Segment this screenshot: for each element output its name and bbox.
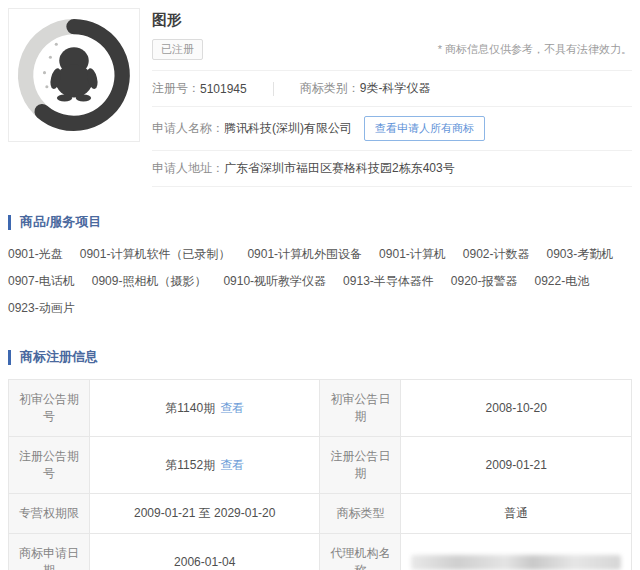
goods-item: 0903-考勤机 — [547, 241, 614, 268]
address-label: 申请人地址： — [152, 160, 224, 177]
row-label: 注册公告日期 — [320, 437, 401, 494]
registration-table-body: 初审公告期号第1140期查看初审公告日期2008-10-20注册公告期号第115… — [9, 380, 632, 570]
trademark-detail-page: 图形 已注册 * 商标信息仅供参考，不具有法律效力。 注册号： 5101945 … — [0, 0, 640, 570]
row-value-cell: 2008-10-20 — [401, 380, 632, 437]
row-value-text: 第1140期 — [165, 401, 215, 415]
applicant-value: 腾讯科技(深圳)有限公司 — [224, 120, 352, 137]
goods-services-section: 商品/服务项目 0901-光盘0901-计算机软件（已录制）0901-计算机外围… — [8, 213, 632, 322]
row-label: 商标类型 — [320, 494, 401, 534]
row-value-cell: 2006-01-04 — [89, 534, 320, 570]
row-value-text: 2006-01-04 — [174, 555, 235, 569]
badge-row: 已注册 * 商标信息仅供参考，不具有法律效力。 — [152, 39, 632, 70]
row-value-cell: 普通 — [401, 494, 632, 534]
header-info: 图形 已注册 * 商标信息仅供参考，不具有法律效力。 注册号： 5101945 … — [152, 8, 632, 187]
row-label: 注册公告期号 — [9, 437, 90, 494]
goods-item: 0901-计算机外围设备 — [247, 241, 362, 268]
status-badge: 已注册 — [152, 39, 203, 60]
row-label: 代理机构名称 — [320, 534, 401, 570]
goods-item: 0913-半导体器件 — [343, 268, 434, 295]
row-label: 初审公告日期 — [320, 380, 401, 437]
goods-section-title: 商品/服务项目 — [20, 213, 102, 231]
goods-list: 0901-光盘0901-计算机软件（已录制）0901-计算机外围设备0901-计… — [8, 241, 632, 322]
goods-item: 0901-光盘 — [8, 241, 63, 268]
goods-item: 0922-电池 — [535, 268, 590, 295]
table-row: 商标申请日期2006-01-04代理机构名称 — [9, 534, 632, 570]
row-value-cell — [401, 534, 632, 570]
row-value-text: 2008-10-20 — [486, 401, 547, 415]
registration-section-title: 商标注册信息 — [20, 348, 98, 366]
header-bottom-divider — [152, 186, 632, 187]
disclaimer-text: * 商标信息仅供参考，不具有法律效力。 — [438, 42, 632, 57]
section-header: 商标注册信息 — [8, 348, 632, 366]
address-value: 广东省深圳市福田区赛格科技园2栋东403号 — [224, 160, 455, 177]
applicant-label: 申请人名称： — [152, 120, 224, 137]
header: 图形 已注册 * 商标信息仅供参考，不具有法律效力。 注册号： 5101945 … — [8, 8, 632, 187]
view-gazette-link[interactable]: 查看 — [220, 401, 244, 415]
redacted-agency-name — [411, 555, 621, 570]
goods-item: 0923-动画片 — [8, 295, 75, 322]
view-gazette-link[interactable]: 查看 — [220, 458, 244, 472]
registration-number-row: 注册号： 5101945 商标类别： 9类-科学仪器 — [152, 70, 632, 106]
trademark-name-title: 图形 — [152, 8, 632, 39]
reg-no-value: 5101945 — [200, 82, 247, 96]
row-label: 初审公告期号 — [9, 380, 90, 437]
row-value-text: 第1152期 — [165, 458, 215, 472]
trademark-image — [8, 8, 140, 142]
goods-item: 0907-电话机 — [8, 268, 75, 295]
category-label: 商标类别： — [300, 80, 360, 97]
goods-item: 0920-报警器 — [451, 268, 518, 295]
goods-item: 0909-照相机（摄影） — [92, 268, 207, 295]
registration-info-section: 商标注册信息 初审公告期号第1140期查看初审公告日期2008-10-20注册公… — [8, 348, 632, 570]
address-row: 申请人地址： 广东省深圳市福田区赛格科技园2栋东403号 — [152, 150, 632, 186]
row-value-cell: 2009-01-21 — [401, 437, 632, 494]
row-value-cell: 2009-01-21 至 2029-01-20 — [89, 494, 320, 534]
goods-item: 0901-计算机软件（已录制） — [80, 241, 231, 268]
goods-item: 0901-计算机 — [379, 241, 446, 268]
goods-item: 0910-视听教学仪器 — [223, 268, 326, 295]
view-applicant-trademarks-button[interactable]: 查看申请人所有商标 — [364, 116, 485, 141]
qq-penguin-logo-icon — [15, 16, 133, 134]
row-value-cell: 第1152期查看 — [89, 437, 320, 494]
row-value-text: 普通 — [504, 506, 528, 520]
row-label: 专营权期限 — [9, 494, 90, 534]
table-row: 初审公告期号第1140期查看初审公告日期2008-10-20 — [9, 380, 632, 437]
applicant-row: 申请人名称： 腾讯科技(深圳)有限公司 查看申请人所有商标 — [152, 106, 632, 150]
section-header: 商品/服务项目 — [8, 213, 632, 231]
vertical-divider — [273, 82, 274, 96]
table-row: 注册公告期号第1152期查看注册公告日期2009-01-21 — [9, 437, 632, 494]
reg-no-label: 注册号： — [152, 80, 200, 97]
category-value: 9类-科学仪器 — [360, 80, 431, 97]
row-label: 商标申请日期 — [9, 534, 90, 570]
goods-item: 0902-计数器 — [463, 241, 530, 268]
table-row: 专营权期限2009-01-21 至 2029-01-20商标类型普通 — [9, 494, 632, 534]
registration-table: 初审公告期号第1140期查看初审公告日期2008-10-20注册公告期号第115… — [8, 379, 632, 570]
row-value-text: 2009-01-21 — [486, 458, 547, 472]
row-value-text: 2009-01-21 至 2029-01-20 — [134, 506, 275, 520]
section-accent-bar — [8, 215, 11, 230]
row-value-cell: 第1140期查看 — [89, 380, 320, 437]
section-accent-bar — [8, 350, 11, 365]
